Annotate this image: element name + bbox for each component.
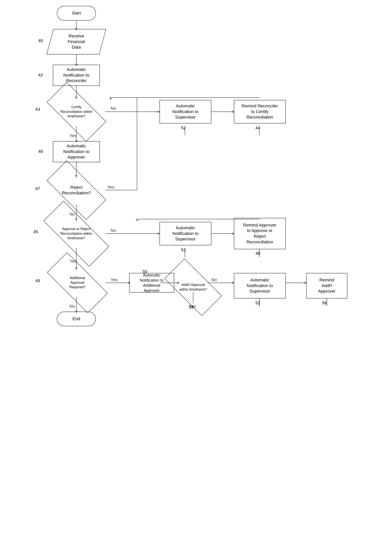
step47-label: 47 [35, 186, 40, 191]
step52-2-label: 52 [181, 247, 186, 252]
auto-notify-supervisor-2-label: Automatic Notification to Supervisor [173, 225, 198, 242]
auto-notify-supervisor-3-shape: Automatic Notification to Supervisor [234, 273, 286, 298]
step56-label: 56 [322, 301, 327, 306]
additional-approval-shape: Additional Approval Required? [47, 252, 108, 313]
reject-reconciliation-label: Reject Reconciliation? [62, 185, 91, 196]
step44-label: 44 [255, 125, 260, 130]
flowchart-diagram: Yes No Yes No Yes No [0, 0, 392, 535]
start-shape: Start [57, 6, 96, 21]
step54-label: 54 [189, 305, 194, 310]
auto-notify-reconciler-label: Automatic Notification to Reconciler [63, 67, 89, 84]
svg-text:Yes: Yes [107, 185, 114, 190]
receive-financial-data-label: Receive Financial Data [68, 33, 85, 50]
approve-reject-timeframe-shape: Approve or Reject Reconciliation within … [43, 201, 109, 267]
remind-addtl-approver-shape: Remind Addt'l Approver [306, 273, 347, 298]
step42-label: 42 [38, 72, 43, 78]
auto-notify-reconciler-shape: Automatic Notification to Reconciler [53, 65, 100, 86]
svg-text:Yes: Yes [70, 133, 76, 138]
addtl-approval-timeframe-label: Addt'l Approval within timeframe? [179, 283, 207, 292]
auto-notify-supervisor-1-label: Automatic Notification to Supervisor [173, 103, 198, 120]
end-shape: End [57, 312, 96, 326]
remind-reconciler-label: Remind Reconciler to Certify Reconciliat… [242, 103, 278, 120]
remind-approver-label: Remind Approver to Approve or Reject Rec… [243, 222, 276, 245]
auto-notify-approver-shape: Automatic Notification to Approver [53, 141, 100, 162]
step52-3-label: 52 [255, 301, 260, 306]
auto-notify-supervisor-3-label: Automatic Notification to Supervisor [247, 277, 273, 294]
step46-label: 46 [38, 149, 43, 154]
remind-reconciler-shape: Remind Reconciler to Certify Reconciliat… [234, 100, 286, 124]
certify-reconciliation-label: Certify Reconciliation within timeframe? [61, 105, 92, 119]
svg-text:No: No [70, 304, 75, 309]
step40-label: 40 [38, 38, 43, 43]
start-label: Start [72, 10, 81, 16]
step45-label: 45 [33, 229, 38, 234]
svg-text:No: No [111, 228, 116, 233]
step52-1-label: 52 [181, 125, 186, 130]
end-label: End [72, 316, 80, 322]
step48-label: 48 [255, 251, 260, 256]
auto-notify-supervisor-1-shape: Automatic Notification to Supervisor [159, 100, 211, 124]
auto-notify-supervisor-2-shape: Automatic Notification to Supervisor [159, 222, 211, 245]
approve-reject-timeframe-label: Approve or Reject Reconciliation within … [60, 227, 92, 240]
additional-approval-label: Additional Approval Required? [69, 276, 85, 289]
svg-text:Yes: Yes [111, 277, 118, 282]
remind-approver-shape: Remind Approver to Approve or Reject Rec… [234, 218, 286, 249]
step43-label: 43 [35, 107, 40, 112]
step49-label: 49 [35, 278, 40, 283]
receive-financial-data-shape: Receive Financial Data [47, 29, 106, 54]
certify-reconciliation-shape: Certify Reconciliation within timeframe? [47, 82, 106, 142]
auto-notify-additional-label: Automatic Notification to Additional App… [140, 272, 163, 293]
auto-notify-approver-label: Automatic Notification to Approver [63, 143, 89, 160]
remind-addtl-approver-label: Remind Addt'l Approver [318, 277, 336, 294]
svg-text:No: No [111, 106, 116, 111]
